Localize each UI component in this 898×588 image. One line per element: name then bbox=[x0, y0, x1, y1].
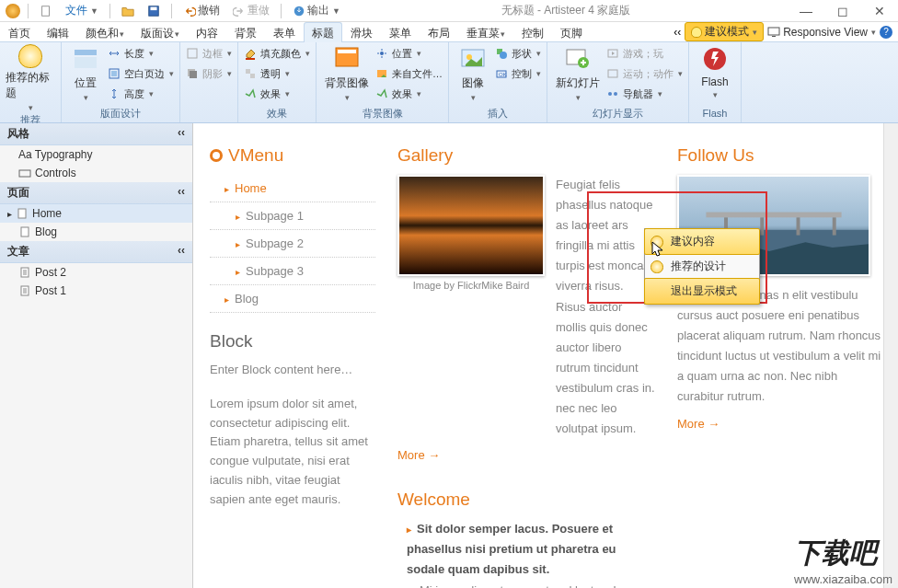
control-button[interactable]: OK控制▾ bbox=[495, 64, 541, 83]
block-heading[interactable]: Block bbox=[210, 331, 375, 352]
maximize-button[interactable]: ◻ bbox=[824, 0, 861, 22]
play-button[interactable]: 游戏；玩 bbox=[606, 44, 683, 63]
export-button[interactable]: 输出 ▼ bbox=[289, 3, 344, 18]
context-menu: 建议内容 推荐的设计 退出显示模式 bbox=[644, 228, 760, 305]
help-icon[interactable]: ? bbox=[880, 26, 892, 39]
ctx-exit-mode[interactable]: 退出显示模式 bbox=[644, 278, 760, 305]
vmenu-item-sub3[interactable]: Subpage 3 bbox=[210, 258, 375, 285]
open-button[interactable] bbox=[118, 5, 138, 17]
style-section-header[interactable]: 风格‹‹ bbox=[0, 123, 192, 145]
tab-slider[interactable]: 滑块 bbox=[342, 22, 381, 42]
tab-vmenu[interactable]: 垂直菜▾ bbox=[458, 22, 513, 42]
watermark: 下载吧 www.xiazaiba.com bbox=[794, 535, 892, 586]
svg-point-31 bbox=[614, 92, 617, 96]
tab-color[interactable]: 颜色和▾ bbox=[77, 22, 132, 42]
ctx-suggest-design[interactable]: 推荐的设计 bbox=[645, 254, 759, 279]
tab-home[interactable]: 首页 bbox=[0, 22, 39, 42]
tab-footer[interactable]: 页脚 bbox=[552, 22, 591, 42]
suggested-headers-button[interactable]: 推荐的标题▾ bbox=[6, 44, 55, 112]
design-canvas[interactable]: VMenu Home Subpage 1 Subpage 2 Subpage 3… bbox=[193, 123, 898, 588]
title-bar: 文件 ▼ 撤销 重做 输出 ▼ 无标题 - Artisteer 4 家庭版 — … bbox=[0, 0, 898, 22]
block-placeholder[interactable]: Enter Block content here… bbox=[210, 361, 375, 380]
window-title: 无标题 - Artisteer 4 家庭版 bbox=[344, 3, 788, 18]
responsive-view-button[interactable]: Responsive View▾ bbox=[767, 26, 876, 39]
bulb-icon bbox=[18, 44, 42, 68]
page-home-item[interactable]: ▸Home bbox=[0, 204, 192, 223]
svg-rect-29 bbox=[608, 70, 617, 77]
tab-layout[interactable]: 版面设▾ bbox=[132, 22, 188, 42]
shape-button[interactable]: 形状▾ bbox=[495, 44, 541, 63]
border-button[interactable]: 边框▾ bbox=[186, 44, 232, 63]
tab-controls[interactable]: 控制 bbox=[513, 22, 552, 42]
tab-layout2[interactable]: 布局 bbox=[420, 22, 458, 42]
gallery-heading[interactable]: Gallery bbox=[397, 145, 655, 166]
vmenu-item-home[interactable]: Home bbox=[210, 175, 375, 202]
save-button[interactable] bbox=[144, 5, 164, 17]
effect-button[interactable]: 效果▾ bbox=[244, 85, 310, 103]
app-icon bbox=[6, 4, 20, 18]
tab-overflow[interactable]: ‹‹ bbox=[674, 26, 681, 39]
welcome-bullet-text[interactable]: Sit dolor semper lacus. Posuere et phase… bbox=[397, 519, 655, 580]
svg-rect-4 bbox=[768, 28, 779, 35]
svg-point-18 bbox=[380, 52, 384, 55]
tab-form[interactable]: 表单 bbox=[265, 22, 304, 42]
bg-image-button[interactable]: 背景图像▾ bbox=[322, 44, 372, 102]
typography-item[interactable]: Aa Typography bbox=[0, 145, 192, 164]
svg-rect-12 bbox=[190, 71, 197, 78]
block-body-text[interactable]: Lorem ipsum dolor sit amet, consectetur … bbox=[210, 395, 375, 510]
height-button[interactable]: 高度▾ bbox=[108, 85, 174, 103]
article-post1-item[interactable]: Post 1 bbox=[0, 282, 192, 300]
navigator-button[interactable]: 导航器▾ bbox=[606, 85, 683, 103]
svg-rect-33 bbox=[19, 170, 30, 177]
articles-section-header[interactable]: 文章‹‹ bbox=[0, 241, 192, 263]
welcome-body-text[interactable]: Mi in condimentum ac ut sed luctus. In c… bbox=[397, 581, 655, 589]
redo-button[interactable]: 重做 bbox=[229, 3, 273, 18]
image-button[interactable]: 图像▾ bbox=[455, 44, 491, 102]
bg-position-button[interactable]: 位置▾ bbox=[375, 44, 443, 63]
follow-heading[interactable]: Follow Us bbox=[677, 145, 881, 166]
motion-button[interactable]: 运动；动作▾ bbox=[606, 64, 683, 83]
follow-more-link[interactable]: More → bbox=[677, 417, 720, 431]
article-post2-item[interactable]: Post 2 bbox=[0, 263, 192, 282]
position-button[interactable]: 位置▾ bbox=[67, 44, 104, 102]
vmenu-item-sub2[interactable]: Subpage 2 bbox=[210, 230, 375, 258]
svg-rect-42 bbox=[797, 217, 800, 235]
svg-point-30 bbox=[608, 92, 612, 96]
vertical-scrollbar[interactable] bbox=[883, 123, 898, 588]
side-panel: 风格‹‹ Aa Typography Controls 页面‹‹ ▸Home B… bbox=[0, 123, 193, 588]
tab-content[interactable]: 内容 bbox=[188, 22, 226, 42]
svg-rect-7 bbox=[75, 57, 97, 68]
from-file-button[interactable]: 来自文件… bbox=[375, 64, 443, 83]
tab-menu[interactable]: 菜单 bbox=[381, 22, 420, 42]
fill-color-button[interactable]: 填充颜色▾ bbox=[244, 44, 310, 63]
shadow-button[interactable]: 阴影▾ bbox=[186, 64, 232, 83]
controls-item[interactable]: Controls bbox=[0, 164, 192, 182]
transparent-button[interactable]: 透明▾ bbox=[244, 64, 310, 83]
flash-button[interactable]: Flash▾ bbox=[695, 44, 735, 99]
vmenu-item-sub1[interactable]: Subpage 1 bbox=[210, 202, 375, 230]
bg-effect-button[interactable]: 效果▾ bbox=[375, 85, 443, 103]
tab-edit[interactable]: 编辑 bbox=[39, 22, 77, 42]
undo-button[interactable]: 撤销 bbox=[179, 3, 224, 18]
tab-header[interactable]: 标题 bbox=[304, 22, 342, 42]
svg-rect-43 bbox=[833, 217, 836, 235]
new-doc-button[interactable] bbox=[36, 5, 56, 17]
close-button[interactable]: ✕ bbox=[861, 0, 898, 22]
file-menu[interactable]: 文件 ▼ bbox=[62, 3, 102, 18]
gallery-more-link[interactable]: More → bbox=[397, 448, 440, 462]
welcome-heading[interactable]: Welcome bbox=[397, 490, 655, 510]
minimize-button[interactable]: — bbox=[788, 0, 824, 22]
page-blog-item[interactable]: Blog bbox=[0, 223, 192, 241]
margin-button[interactable]: 空白页边▾ bbox=[108, 64, 174, 83]
svg-rect-17 bbox=[338, 50, 356, 53]
tab-bg[interactable]: 背景 bbox=[226, 22, 265, 42]
new-slide-button[interactable]: 新幻灯片▾ bbox=[553, 44, 603, 102]
suggest-mode-button[interactable]: 建议模式▾ bbox=[685, 22, 764, 41]
pages-section-header[interactable]: 页面‹‹ bbox=[0, 182, 192, 204]
vmenu-item-blog[interactable]: Blog bbox=[210, 285, 375, 313]
length-button[interactable]: 长度▾ bbox=[108, 44, 174, 63]
gallery-image[interactable] bbox=[397, 175, 545, 276]
vmenu-heading[interactable]: VMenu bbox=[210, 145, 375, 166]
svg-rect-2 bbox=[150, 6, 156, 10]
svg-rect-0 bbox=[42, 6, 50, 16]
